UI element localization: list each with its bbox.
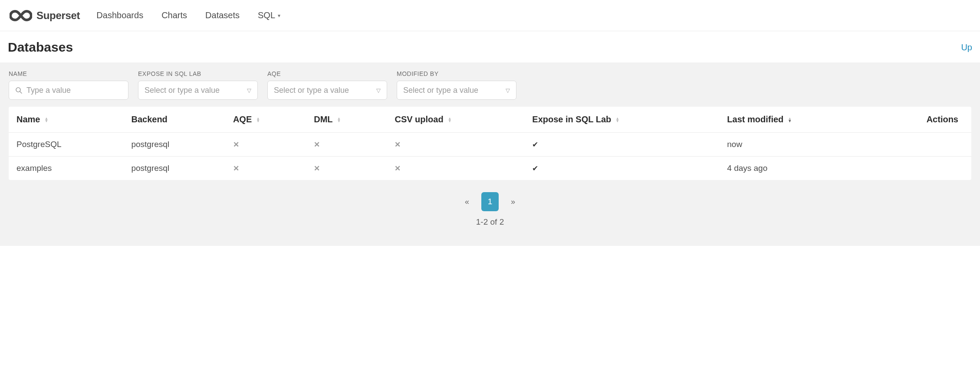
th-actions: Actions <box>871 107 971 133</box>
filter-name: NAME <box>9 70 128 100</box>
cell-last-modified: 4 days ago <box>719 157 871 180</box>
filter-modified-by-placeholder: Select or type a value <box>403 86 501 95</box>
filter-expose: EXPOSE IN SQL LAB Select or type a value… <box>138 70 258 100</box>
logo[interactable]: Superset <box>10 10 80 22</box>
check-icon: ✔ <box>532 140 538 149</box>
th-csv-upload[interactable]: CSV upload ▲▼ <box>387 107 524 133</box>
th-name-label: Name <box>16 114 40 124</box>
th-actions-label: Actions <box>927 114 958 124</box>
cell-dml: ✕ <box>306 157 387 180</box>
x-icon: ✕ <box>395 164 401 173</box>
sort-icon: ▲▼ <box>448 117 452 122</box>
filter-expose-placeholder: Select or type a value <box>145 86 243 95</box>
sort-icon: ▲▼ <box>788 117 792 122</box>
pager-prev[interactable]: « <box>465 197 469 206</box>
nav-sql[interactable]: SQL ▾ <box>258 10 280 20</box>
table-row[interactable]: examplespostgresql✕✕✕✔4 days ago <box>9 157 971 180</box>
svg-line-1 <box>20 92 22 93</box>
filter-name-input-wrap[interactable] <box>9 81 128 100</box>
th-last-modified-label: Last modified <box>727 114 783 124</box>
th-dml-label: DML <box>314 114 332 124</box>
nav-charts[interactable]: Charts <box>161 10 187 20</box>
filter-name-input[interactable] <box>26 86 122 95</box>
cell-name: PostgreSQL <box>9 133 123 157</box>
filter-modified-by: MODIFIED BY Select or type a value ▽ <box>397 70 516 100</box>
cell-aqe: ✕ <box>225 157 306 180</box>
sort-icon: ▲▼ <box>256 117 260 122</box>
chevron-down-icon: ▽ <box>506 87 510 94</box>
th-dml[interactable]: DML ▲▼ <box>306 107 387 133</box>
pagination: « 1 » 1-2 of 2 <box>9 180 971 229</box>
th-aqe-label: AQE <box>233 114 252 124</box>
chevron-down-icon: ▽ <box>376 87 381 94</box>
content-area: NAME EXPOSE IN SQL LAB Select or type a … <box>0 62 980 246</box>
x-icon: ✕ <box>314 164 320 173</box>
th-expose-label: Expose in SQL Lab <box>532 114 611 124</box>
cell-dml: ✕ <box>306 133 387 157</box>
check-icon: ✔ <box>532 164 538 173</box>
databases-table: Name ▲▼ Backend AQE ▲▼ <box>9 107 971 180</box>
sort-icon: ▲▼ <box>337 117 341 122</box>
infinity-icon <box>10 10 32 21</box>
cell-backend: postgresql <box>123 133 225 157</box>
filter-modified-by-label: MODIFIED BY <box>397 70 516 77</box>
th-last-modified[interactable]: Last modified ▲▼ <box>719 107 871 133</box>
cell-csv-upload: ✕ <box>387 133 524 157</box>
filter-aqe-select[interactable]: Select or type a value ▽ <box>267 81 387 100</box>
pager-next[interactable]: » <box>511 197 515 206</box>
pagination-summary: 1-2 of 2 <box>476 217 504 227</box>
sort-icon: ▲▼ <box>615 117 619 122</box>
pager-row: « 1 » <box>465 192 515 211</box>
page-button-1[interactable]: 1 <box>481 192 499 211</box>
nav-dashboards[interactable]: Dashboards <box>96 10 143 20</box>
cell-aqe: ✕ <box>225 133 306 157</box>
filter-aqe-label: AQE <box>267 70 387 77</box>
th-aqe[interactable]: AQE ▲▼ <box>225 107 306 133</box>
x-icon: ✕ <box>395 140 401 149</box>
nav-menu: Dashboards Charts Datasets SQL ▾ <box>96 10 280 20</box>
nav-sql-label: SQL <box>258 10 275 20</box>
th-csv-upload-label: CSV upload <box>395 114 443 124</box>
filter-aqe: AQE Select or type a value ▽ <box>267 70 387 100</box>
chevron-down-icon: ▾ <box>278 13 280 19</box>
page-title: Databases <box>8 40 73 55</box>
nav-datasets[interactable]: Datasets <box>205 10 240 20</box>
x-icon: ✕ <box>314 140 320 149</box>
filter-modified-by-select[interactable]: Select or type a value ▽ <box>397 81 516 100</box>
cell-backend: postgresql <box>123 157 225 180</box>
filter-aqe-placeholder: Select or type a value <box>274 86 372 95</box>
cell-last-modified: now <box>719 133 871 157</box>
table-row[interactable]: PostgreSQLpostgresql✕✕✕✔now <box>9 133 971 157</box>
cell-expose: ✔ <box>524 157 719 180</box>
sort-icon: ▲▼ <box>44 117 48 122</box>
upload-link[interactable]: Up <box>961 43 972 52</box>
filters-row: NAME EXPOSE IN SQL LAB Select or type a … <box>9 70 971 100</box>
cell-name: examples <box>9 157 123 180</box>
x-icon: ✕ <box>233 164 239 173</box>
th-backend-label: Backend <box>131 114 167 124</box>
cell-actions <box>871 157 971 180</box>
filter-name-label: NAME <box>9 70 128 77</box>
cell-expose: ✔ <box>524 133 719 157</box>
th-backend: Backend <box>123 107 225 133</box>
cell-actions <box>871 133 971 157</box>
search-icon <box>15 87 22 94</box>
filter-expose-label: EXPOSE IN SQL LAB <box>138 70 258 77</box>
filter-expose-select[interactable]: Select or type a value ▽ <box>138 81 258 100</box>
cell-csv-upload: ✕ <box>387 157 524 180</box>
th-expose[interactable]: Expose in SQL Lab ▲▼ <box>524 107 719 133</box>
chevron-down-icon: ▽ <box>247 87 251 94</box>
navbar: Superset Dashboards Charts Datasets SQL … <box>0 0 980 31</box>
x-icon: ✕ <box>233 140 239 149</box>
page-header: Databases Up <box>0 31 980 62</box>
logo-text: Superset <box>36 10 80 22</box>
th-name[interactable]: Name ▲▼ <box>9 107 123 133</box>
